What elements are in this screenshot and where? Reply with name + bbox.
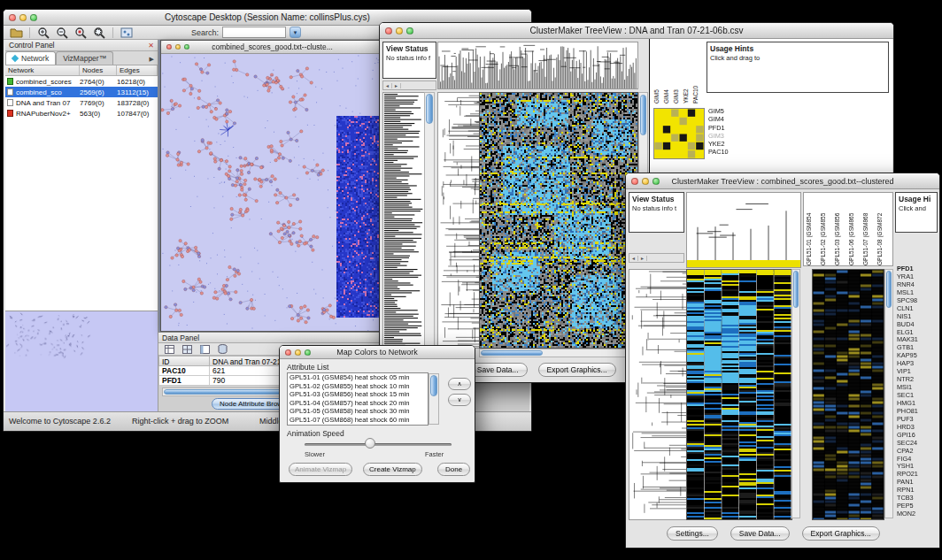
scrollbar-thumb[interactable] <box>426 94 433 124</box>
minimize-button[interactable] <box>175 44 181 50</box>
gene-label[interactable]: BUD4 <box>897 321 939 329</box>
gene-label[interactable]: PAN1 <box>897 479 939 487</box>
data-column-header[interactable]: ID <box>158 356 210 366</box>
gene-label[interactable]: GIM5 <box>653 42 663 104</box>
scroll-right-icon[interactable]: ► <box>392 83 401 88</box>
gene-label[interactable]: CLN1 <box>897 305 939 313</box>
gene-label[interactable]: PAC10 <box>692 42 702 104</box>
gene-label[interactable]: GIM4 <box>708 115 729 123</box>
network-overview-icon[interactable] <box>120 27 134 39</box>
network-column-header[interactable]: Edges <box>117 65 158 75</box>
attribute-item[interactable]: GPL51-03 (GSM856) heat shock 15 min <box>288 390 428 399</box>
gene-label[interactable]: PAC10 <box>708 148 729 156</box>
gene-label[interactable]: YKE2 <box>708 140 729 148</box>
animation-speed-track[interactable] <box>305 443 452 446</box>
column-dendrogram[interactable] <box>686 192 801 268</box>
minimize-button[interactable] <box>396 27 403 35</box>
zoom-button[interactable] <box>406 27 413 35</box>
gene-label[interactable]: PUF3 <box>897 416 939 424</box>
treeview-dna-titlebar[interactable]: ClusterMaker TreeView : DNA and Tran 07-… <box>380 23 893 39</box>
treeview-button[interactable]: Save Data... <box>468 363 528 377</box>
search-input[interactable] <box>222 27 286 38</box>
gene-label[interactable]: NIS1 <box>897 313 939 321</box>
minimize-button[interactable] <box>19 14 27 21</box>
selection-vscrollbar[interactable] <box>884 269 893 518</box>
label-strip-scrollbar[interactable] <box>424 92 435 347</box>
array-label[interactable]: GPL51-02 (GSM855 <box>820 193 834 265</box>
treeview-button[interactable]: Export Graphics... <box>538 363 616 377</box>
tab-network[interactable]: Network <box>5 51 56 65</box>
gene-label[interactable]: GIM5 <box>708 107 729 115</box>
done-button[interactable]: Done <box>437 463 470 476</box>
gene-label[interactable]: KAP95 <box>897 352 939 360</box>
gene-label[interactable]: PFD1 <box>708 124 729 132</box>
database-icon[interactable] <box>215 343 229 356</box>
attribute-list-scrollbar[interactable] <box>429 373 439 425</box>
gene-label[interactable]: HMG1 <box>897 400 939 408</box>
attribute-item[interactable]: GPL51-04 (GSM857) heat shock 20 min <box>288 399 428 408</box>
gene-label[interactable]: GIM4 <box>663 42 673 104</box>
network-list-item[interactable]: combined_sco 2569(6) 13112(15) <box>5 87 158 97</box>
move-down-button[interactable]: ∨ <box>448 394 471 406</box>
gene-label[interactable]: YKE2 <box>683 42 692 104</box>
open-folder-icon[interactable] <box>9 27 23 39</box>
array-label[interactable]: GPL51-07 (GSM868 <box>862 193 876 265</box>
attribute-item[interactable]: GPL51-01 (GSM854) heat shock 05 min <box>288 373 428 382</box>
zoom-button[interactable] <box>30 14 37 21</box>
zoom-button[interactable] <box>305 349 311 356</box>
gene-label[interactable]: MSL1 <box>897 289 939 297</box>
zoom-button[interactable] <box>184 44 189 50</box>
chevron-down-icon[interactable]: ▼ <box>290 27 301 38</box>
scrollbar-thumb[interactable] <box>886 271 892 308</box>
treeview-button[interactable]: Settings... <box>667 526 718 541</box>
gene-label[interactable]: GPI16 <box>897 432 939 440</box>
close-button[interactable] <box>385 27 392 35</box>
gene-label[interactable]: YRA1 <box>897 273 939 281</box>
gene-label[interactable]: CPA2 <box>897 448 939 456</box>
row-dendrogram[interactable] <box>629 269 687 520</box>
attribute-item[interactable]: GPL51-05 (GSM858) heat shock 30 min <box>288 407 428 416</box>
gene-label[interactable]: GIM3 <box>708 132 729 140</box>
scroll-right-icon[interactable]: ► <box>638 256 647 261</box>
gene-label[interactable]: VIP1 <box>897 368 939 376</box>
treeview-button[interactable]: Save Data... <box>730 526 790 541</box>
gene-label[interactable]: HRD3 <box>897 424 939 432</box>
gene-label[interactable]: MAK31 <box>897 336 939 344</box>
animation-speed-slider[interactable] <box>365 438 375 449</box>
scrollbar-thumb[interactable] <box>793 271 799 308</box>
gene-label[interactable]: SPC98 <box>897 297 939 305</box>
dialog-titlebar[interactable]: Map Colors to Network <box>280 346 475 359</box>
array-label[interactable]: GPL51-06 (GSM865 <box>848 193 862 265</box>
close-button[interactable] <box>631 178 638 185</box>
gene-label[interactable]: YSH1 <box>897 463 939 471</box>
gene-label[interactable]: PEP5 <box>897 502 939 510</box>
network-view-titlebar[interactable]: combined_scores_good.txt--cluste... <box>161 41 383 54</box>
selection-heatmap[interactable] <box>812 269 884 520</box>
gene-label[interactable]: ELG1 <box>897 329 939 337</box>
array-label[interactable]: GPL51-01 (GSM854 <box>806 193 820 265</box>
gene-label[interactable]: SEC1 <box>897 392 939 400</box>
gene-label[interactable]: PFD1 <box>897 265 939 273</box>
zoom-selected-icon[interactable] <box>73 27 88 39</box>
gene-label[interactable]: PHO81 <box>897 408 939 416</box>
gene-label[interactable]: HAP3 <box>897 360 939 368</box>
mini-hscrollbar[interactable]: ◄ ► <box>382 81 436 90</box>
tab-vizmapper[interactable]: VizMapper™ <box>56 51 113 65</box>
scrollbar-thumb[interactable] <box>430 375 437 396</box>
zoom-in-icon[interactable] <box>36 27 50 39</box>
attribute-item[interactable]: GPL51-02 (GSM855) heat shock 10 min <box>288 382 428 391</box>
treeview-combined-titlebar[interactable]: ClusterMaker TreeView : combined_scores_… <box>626 173 939 189</box>
minimize-button[interactable] <box>642 178 649 185</box>
gene-label[interactable]: MSI1 <box>897 384 939 392</box>
network-list-item[interactable]: DNA and Tran 07 7769(0) 183728(0) <box>5 97 158 108</box>
zoom-button[interactable] <box>652 178 660 185</box>
correlation-matrix[interactable] <box>653 108 705 159</box>
network-column-header[interactable]: Nodes <box>80 65 117 75</box>
scrollbar-thumb[interactable] <box>640 95 646 135</box>
minimize-button[interactable] <box>295 349 301 356</box>
network-list-item[interactable]: combined_scores 2764(0) 16218(0) <box>5 76 158 87</box>
attribute-item[interactable]: GPL51-07 (GSM868) heat shock 60 min <box>288 416 428 425</box>
gene-label[interactable]: NTR2 <box>897 376 939 384</box>
gene-label[interactable]: TCB3 <box>897 495 939 502</box>
network-column-header[interactable]: Network <box>5 65 80 75</box>
